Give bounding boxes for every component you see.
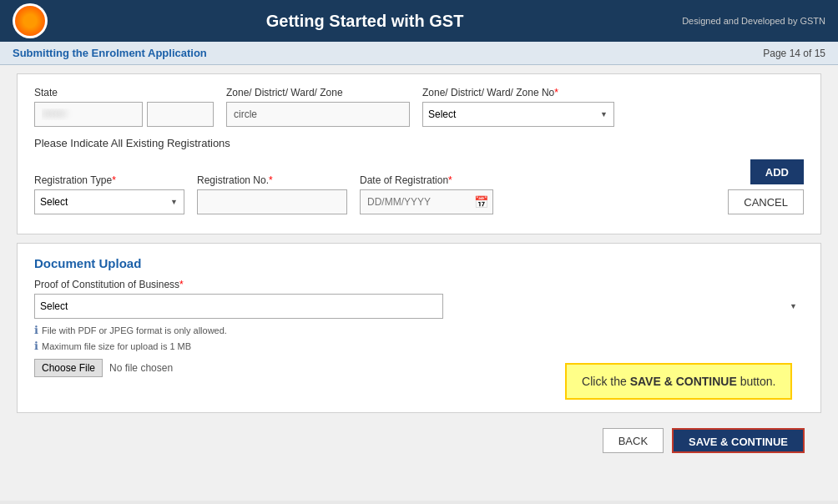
date-input[interactable]: [360, 189, 493, 214]
reg-type-label: Registration Type*: [34, 174, 184, 186]
proof-group: Proof of Constitution of Business* Selec…: [34, 279, 804, 319]
sub-header: Submitting the Enrolment Application Pag…: [0, 42, 838, 65]
reg-no-label: Registration No.*: [197, 174, 347, 186]
header: Getting Started with GST Designed and De…: [0, 0, 838, 42]
info-icon-1: ℹ: [34, 324, 38, 336]
state-input[interactable]: [34, 102, 143, 127]
logo-emblem: [15, 6, 45, 36]
add-button[interactable]: ADD: [750, 159, 804, 184]
reg-no-input[interactable]: [197, 189, 347, 214]
tooltip-bold: SAVE & CONTINUE: [630, 375, 737, 388]
proof-select-wrapper: Select: [34, 294, 804, 319]
sub-header-title: Submitting the Enrolment Application: [13, 47, 207, 59]
info-text-1: ℹ File with PDF or JPEG format is only a…: [34, 324, 804, 336]
date-reg-label: Date of Registration*: [360, 174, 493, 186]
state-group: State: [34, 87, 214, 127]
tooltip-box: Click the SAVE & CONTINUE button.: [565, 363, 792, 400]
zone-no-select[interactable]: Select: [422, 102, 614, 127]
back-button[interactable]: BACK: [603, 428, 664, 453]
header-right-text: Designed and Developed by GSTN: [682, 16, 825, 26]
existing-reg-title: Please Indicate All Existing Registratio…: [34, 137, 804, 149]
bottom-bar: BACK SAVE & CONTINUE: [17, 421, 821, 460]
proof-select[interactable]: Select: [34, 294, 443, 319]
doc-upload-title: Document Upload: [34, 256, 804, 270]
header-title: Getting Started with GST: [48, 12, 682, 31]
reg-type-select-wrapper: Select: [34, 189, 184, 214]
tooltip-text-before: Click the: [582, 375, 630, 388]
state-label: State: [34, 87, 214, 98]
calendar-icon[interactable]: 📅: [474, 195, 488, 209]
file-row: Choose File No file chosen: [34, 359, 173, 377]
main-content: State Zone/ District/ Ward/ Zone Zone/ D…: [0, 65, 838, 501]
location-row: State Zone/ District/ Ward/ Zone Zone/ D…: [34, 87, 804, 127]
date-input-wrapper: 📅: [360, 189, 493, 214]
registration-row: Registration Type* Select Registration N…: [34, 159, 804, 214]
state-code-input[interactable]: [147, 102, 214, 127]
reg-type-group: Registration Type* Select: [34, 174, 184, 214]
zone-group: Zone/ District/ Ward/ Zone: [226, 87, 410, 127]
reg-type-select[interactable]: Select: [34, 189, 184, 214]
add-cancel-col: ADD CANCEL: [728, 159, 804, 214]
top-form-card: State Zone/ District/ Ward/ Zone Zone/ D…: [17, 73, 821, 234]
zone-input[interactable]: [226, 102, 410, 127]
tooltip-text-after: button.: [737, 375, 776, 388]
reg-no-group: Registration No.*: [197, 174, 347, 214]
page-indicator: Page 14 of 15: [763, 48, 825, 59]
zone-no-select-wrapper: Select: [422, 102, 614, 127]
info-icon-2: ℹ: [34, 340, 38, 352]
zone-no-group: Zone/ District/ Ward/ Zone No* Select: [422, 87, 614, 127]
cancel-button[interactable]: CANCEL: [728, 189, 804, 214]
zone-label: Zone/ District/ Ward/ Zone: [226, 87, 410, 98]
logo: [13, 3, 48, 38]
no-file-label: No file chosen: [109, 362, 173, 374]
date-reg-group: Date of Registration* 📅: [360, 174, 493, 214]
proof-label: Proof of Constitution of Business*: [34, 279, 804, 290]
choose-file-button[interactable]: Choose File: [34, 359, 103, 377]
doc-upload-card: Document Upload Proof of Constitution of…: [17, 243, 821, 413]
save-continue-button[interactable]: SAVE & CONTINUE: [672, 428, 805, 453]
zone-no-label: Zone/ District/ Ward/ Zone No*: [422, 87, 614, 98]
info-text-2: ℹ Maximum file size for upload is 1 MB: [34, 340, 804, 352]
state-input-wrapper: [34, 102, 214, 127]
